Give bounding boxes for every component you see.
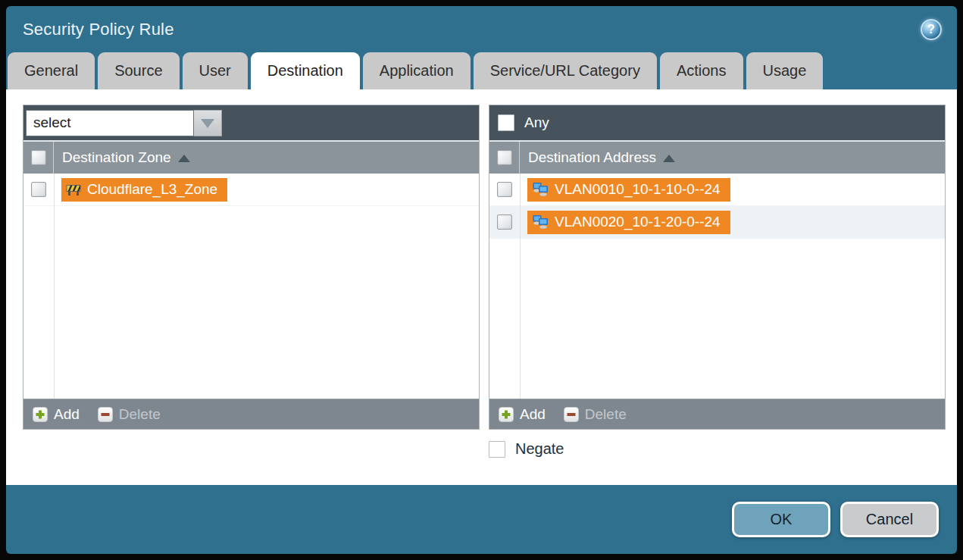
- any-band: Any: [489, 105, 945, 140]
- zone-add-button[interactable]: Add: [33, 406, 80, 423]
- zone-select-dropdown-button[interactable]: [194, 110, 222, 136]
- address-entry-label: VLAN0010_10-1-10-0--24: [555, 181, 721, 198]
- dialog-footer: OK Cancel: [6, 485, 957, 554]
- destination-tab-content: select Destination Zone: [6, 89, 957, 485]
- address-entry-label: VLAN0020_10-1-20-0--24: [555, 214, 721, 230]
- tab-actions[interactable]: Actions: [660, 52, 743, 89]
- network-icon: [532, 182, 549, 197]
- help-icon[interactable]: ?: [921, 19, 942, 40]
- tab-bar: General Source User Destination Applicat…: [6, 52, 957, 89]
- ok-button[interactable]: OK: [732, 502, 830, 537]
- table-row: Cloudflare_L3_Zone: [23, 174, 479, 206]
- chevron-down-icon: [201, 119, 214, 135]
- address-select-all-checkbox[interactable]: [497, 150, 512, 165]
- address-column-header: Destination Address: [489, 140, 945, 174]
- address-row-checkbox[interactable]: [497, 214, 512, 230]
- any-checkbox[interactable]: [498, 114, 514, 131]
- zone-column-title[interactable]: Destination Zone: [54, 149, 190, 166]
- network-icon: [532, 214, 549, 230]
- address-entry[interactable]: VLAN0020_10-1-20-0--24: [527, 211, 730, 234]
- dialog-title: Security Policy Rule: [23, 20, 174, 39]
- tab-source[interactable]: Source: [98, 52, 179, 89]
- plus-icon: [501, 409, 511, 420]
- zone-select-input[interactable]: select: [26, 110, 194, 136]
- address-add-button[interactable]: Add: [499, 406, 546, 423]
- zone-entry[interactable]: Cloudflare_L3_Zone: [61, 178, 227, 202]
- tab-user[interactable]: User: [183, 52, 248, 89]
- sort-asc-icon: [178, 155, 190, 162]
- address-rows: VLAN0010_10-1-10-0--24: [489, 174, 945, 399]
- address-column-title[interactable]: Destination Address: [520, 149, 675, 166]
- minus-icon: [566, 409, 577, 420]
- zone-select-band: select: [23, 105, 479, 140]
- plus-icon: [35, 409, 45, 420]
- tab-destination[interactable]: Destination: [251, 52, 360, 89]
- table-row: VLAN0010_10-1-10-0--24: [489, 174, 945, 206]
- address-row-checkbox[interactable]: [497, 182, 512, 197]
- zone-icon: [66, 183, 81, 196]
- zone-rows: Cloudflare_L3_Zone: [23, 174, 479, 399]
- minus-icon: [100, 409, 111, 420]
- negate-label: Negate: [515, 440, 564, 458]
- zone-entry-label: Cloudflare_L3_Zone: [87, 181, 217, 198]
- negate-checkbox[interactable]: [489, 441, 505, 458]
- sort-asc-icon: [663, 155, 675, 162]
- zone-delete-button[interactable]: Delete: [98, 406, 161, 423]
- zone-row-checkbox[interactable]: [31, 182, 46, 197]
- zone-footer-toolbar: Add Delete: [23, 399, 479, 429]
- cancel-button[interactable]: Cancel: [840, 502, 939, 537]
- address-footer-toolbar: Add Delete: [489, 399, 945, 429]
- any-label: Any: [524, 114, 549, 131]
- tab-application[interactable]: Application: [363, 52, 471, 89]
- tab-general[interactable]: General: [8, 52, 95, 89]
- titlebar: Security Policy Rule ?: [6, 6, 957, 52]
- destination-address-panel: Any Destination Address: [489, 105, 946, 430]
- destination-zone-panel: select Destination Zone: [23, 105, 480, 430]
- address-delete-button[interactable]: Delete: [564, 406, 627, 423]
- security-policy-rule-dialog: Security Policy Rule ? General Source Us…: [6, 6, 957, 554]
- tab-usage[interactable]: Usage: [746, 52, 824, 89]
- zone-column-header: Destination Zone: [23, 140, 479, 174]
- address-entry[interactable]: VLAN0010_10-1-10-0--24: [527, 178, 730, 202]
- negate-row: Negate: [489, 440, 564, 458]
- tab-service-url-category[interactable]: Service/URL Category: [474, 52, 657, 89]
- zone-select-all-checkbox[interactable]: [31, 150, 46, 165]
- table-row: VLAN0020_10-1-20-0--24: [489, 206, 945, 239]
